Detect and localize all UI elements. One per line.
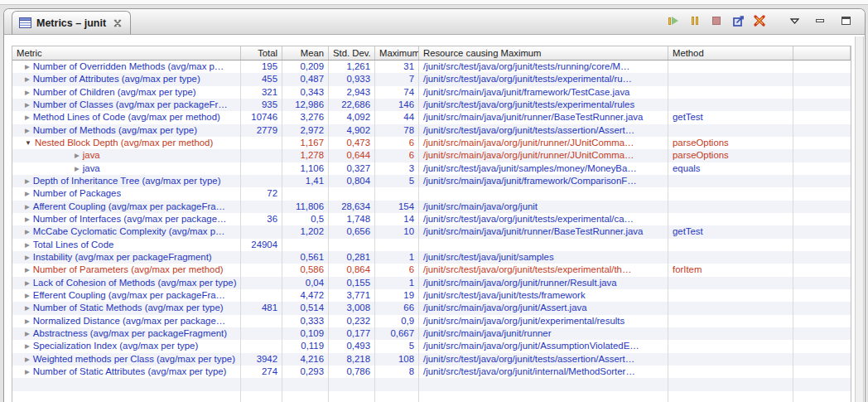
expand-arrow-icon[interactable]: ▶ [25, 111, 30, 124]
maximum-cell: 44 [375, 111, 419, 124]
table-row[interactable]: ▶Abstractness (avg/max per packageFragme… [12, 327, 851, 340]
spacer-cell [793, 201, 851, 213]
metric-label: Number of Methods (avg/max per type) [33, 125, 197, 135]
table-row[interactable]: ▶Number of Attributes (avg/max per type)… [12, 73, 851, 85]
table-row[interactable]: ▶McCabe Cyclomatic Complexity (avg/max p… [12, 225, 851, 238]
maximum-cell: 19 [375, 289, 419, 302]
table-row[interactable]: ▶java1,1060,3273/junit/src/test/java/jun… [12, 162, 851, 175]
column-header-resource[interactable]: Resource causing Maximum [419, 46, 668, 60]
table-row[interactable]: ▶Efferent Coupling (avg/max per packageF… [12, 289, 851, 302]
table-row[interactable]: ▶Number of Methods (avg/max per type)277… [12, 124, 851, 137]
expand-arrow-icon[interactable]: ▶ [25, 315, 30, 327]
maximize-button[interactable] [839, 14, 852, 27]
table-row[interactable]: ▶Instability (avg/max per packageFragmen… [12, 251, 851, 264]
expand-arrow-icon[interactable]: ▶ [25, 366, 30, 378]
expand-arrow-icon[interactable]: ▶ [25, 277, 30, 289]
table-row[interactable]: ▶java1,2780,6446/junit/src/main/java/org… [12, 149, 851, 162]
empty-cell [668, 391, 793, 402]
expand-arrow-icon[interactable]: ▶ [25, 187, 30, 200]
method-cell [668, 73, 793, 85]
stop-button[interactable] [710, 14, 723, 27]
expand-arrow-icon[interactable]: ▶ [25, 302, 30, 314]
tab-bar: Metrics – junit [4, 9, 865, 35]
metric-cell: ▶Efferent Coupling (avg/max per packageF… [12, 289, 241, 302]
method-cell: getTest [668, 225, 793, 238]
expand-arrow-icon[interactable]: ▶ [25, 239, 30, 251]
table-row[interactable]: ▼Nested Block Depth (avg/max per method)… [12, 137, 851, 149]
expand-arrow-icon[interactable]: ▶ [75, 149, 80, 162]
table-row[interactable]: ▶Weighted methods per Class (avg/max per… [12, 353, 851, 366]
expand-arrow-icon[interactable]: ▶ [75, 162, 80, 175]
metric-cell: ▶Abstractness (avg/max per packageFragme… [12, 327, 241, 340]
table-row[interactable]: ▶Depth of Inheritance Tree (avg/max per … [12, 175, 851, 187]
spacer-cell [793, 124, 851, 137]
table-row[interactable]: ▶Number of Packages72 [12, 187, 851, 200]
table-row[interactable]: ▶Number of Parameters (avg/max per metho… [12, 264, 851, 276]
chevron-down-icon [790, 18, 799, 24]
export-button[interactable] [731, 14, 745, 27]
column-header-total[interactable]: Total [241, 46, 282, 60]
expand-arrow-icon[interactable]: ▶ [25, 175, 30, 187]
metric-label: Depth of Inheritance Tree (avg/max per t… [33, 176, 221, 186]
vertical-scrollbar[interactable] [855, 36, 864, 402]
column-header-method[interactable]: Method [668, 46, 793, 60]
mean-cell: 4,472 [282, 289, 329, 302]
std-dev-cell: 0,786 [329, 366, 375, 378]
metric-cell: ▶Normalized Distance (avg/max per packag… [12, 315, 241, 327]
expand-arrow-icon[interactable]: ▶ [25, 213, 30, 225]
expand-arrow-icon[interactable]: ▶ [25, 289, 30, 302]
expand-arrow-icon[interactable]: ▶ [25, 251, 30, 264]
tab-metrics-junit[interactable]: Metrics – junit [12, 11, 131, 34]
expand-arrow-icon[interactable]: ▶ [25, 99, 30, 111]
collapse-arrow-icon[interactable]: ▼ [25, 137, 31, 149]
empty-cell [793, 391, 851, 402]
expand-arrow-icon[interactable]: ▶ [25, 201, 30, 213]
table-row[interactable]: ▶Number of Static Attributes (avg/max pe… [12, 366, 851, 378]
table-row[interactable]: ▶Number of Static Methods (avg/max per t… [12, 302, 851, 314]
spacer-cell [793, 251, 851, 264]
minimize-button[interactable] [813, 14, 827, 27]
table-row[interactable]: ▶Number of Classes (avg/max per packageF… [12, 99, 851, 111]
spacer-cell [793, 239, 851, 251]
table-row[interactable]: ▶Number of Children (avg/max per type)32… [12, 86, 851, 99]
expand-arrow-icon[interactable]: ▶ [25, 73, 30, 85]
spacer-cell [793, 327, 851, 340]
empty-cell [241, 391, 282, 402]
table-row[interactable]: ▶Number of Interfaces (avg/max per packa… [12, 213, 851, 225]
table-row[interactable]: ▶Normalized Distance (avg/max per packag… [12, 315, 851, 327]
column-header-maximum[interactable]: Maximum [375, 46, 419, 60]
expand-arrow-icon[interactable]: ▶ [25, 124, 30, 137]
std-dev-cell: 0,804 [329, 175, 375, 187]
method-cell [668, 187, 793, 200]
expand-arrow-icon[interactable]: ▶ [25, 225, 30, 238]
table-row[interactable]: ▶Afferent Coupling (avg/max per packageF… [12, 201, 851, 213]
expand-arrow-icon[interactable]: ▶ [25, 340, 30, 352]
column-header-std-dev[interactable]: Std. Dev. [329, 46, 375, 60]
empty-cell [282, 378, 329, 390]
expand-arrow-icon[interactable]: ▶ [25, 61, 30, 73]
table-row[interactable]: ▶Lack of Cohesion of Methods (avg/max pe… [12, 277, 851, 289]
spacer-cell [793, 353, 851, 366]
expand-arrow-icon[interactable]: ▶ [25, 264, 30, 276]
column-header-metric[interactable]: Metric [12, 46, 241, 60]
column-header-mean[interactable]: Mean [282, 46, 329, 60]
metrics-view: Metrics – junit [3, 8, 866, 402]
column-header-spacer[interactable] [793, 46, 851, 60]
expand-arrow-icon[interactable]: ▶ [25, 86, 30, 99]
maximum-cell: 8 [375, 366, 419, 378]
table-row[interactable]: ▶Method Lines of Code (avg/max per metho… [12, 111, 851, 124]
method-cell [668, 327, 793, 340]
view-menu-button[interactable] [788, 14, 801, 27]
method-cell [668, 124, 793, 137]
table-row[interactable]: ▶Total Lines of Code24904 [12, 239, 851, 251]
metric-label: Number of Classes (avg/max per packageFr… [33, 99, 228, 109]
table-row[interactable]: ▶Specialization Index (avg/max per type)… [12, 340, 851, 352]
pause-button[interactable] [688, 14, 702, 27]
expand-arrow-icon[interactable]: ▶ [25, 327, 30, 340]
close-icon[interactable] [113, 19, 122, 27]
table-row[interactable]: ▶Number of Overridden Methods (avg/max p… [12, 61, 851, 73]
resume-button[interactable] [667, 14, 680, 27]
std-dev-cell: 0,656 [329, 225, 375, 238]
expand-arrow-icon[interactable]: ▶ [25, 353, 30, 366]
abort-button[interactable] [753, 14, 766, 27]
